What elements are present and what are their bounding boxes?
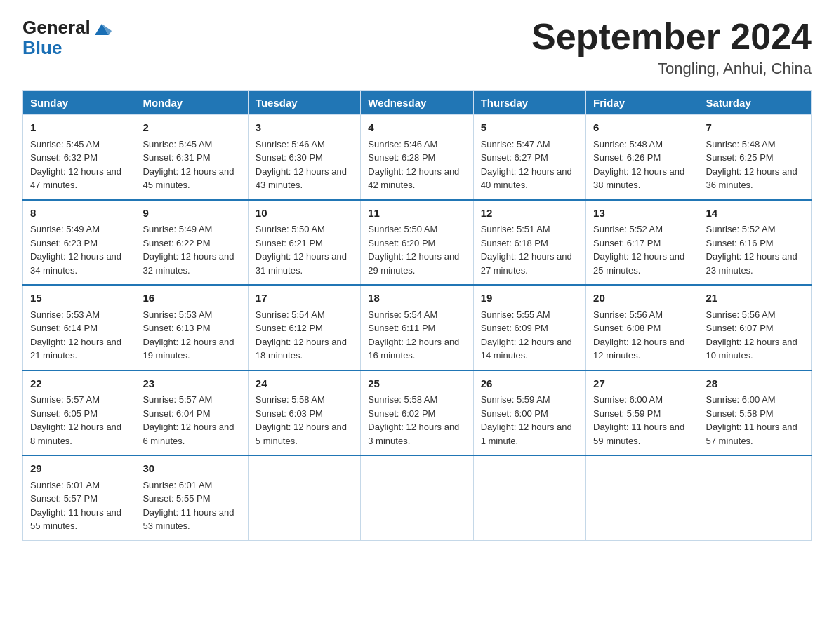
- day-info: Sunrise: 5:59 AMSunset: 6:00 PMDaylight:…: [481, 394, 572, 446]
- day-number: 19: [481, 290, 578, 307]
- table-row: [699, 455, 811, 540]
- page-subtitle: Tongling, Anhui, China: [531, 60, 812, 78]
- calendar-table: Sunday Monday Tuesday Wednesday Thursday…: [22, 90, 812, 541]
- table-row: 6 Sunrise: 5:48 AMSunset: 6:26 PMDayligh…: [586, 115, 699, 200]
- day-number: 15: [30, 290, 128, 307]
- day-number: 25: [368, 376, 465, 392]
- calendar-week-row: 22 Sunrise: 5:57 AMSunset: 6:05 PMDaylig…: [23, 370, 812, 456]
- table-row: 29 Sunrise: 6:01 AMSunset: 5:57 PMDaylig…: [23, 455, 135, 540]
- day-number: 30: [143, 461, 240, 477]
- table-row: 28 Sunrise: 6:00 AMSunset: 5:58 PMDaylig…: [699, 370, 811, 456]
- table-row: 8 Sunrise: 5:49 AMSunset: 6:23 PMDayligh…: [23, 200, 135, 286]
- day-info: Sunrise: 5:55 AMSunset: 6:09 PMDaylight:…: [481, 309, 572, 361]
- table-row: 5 Sunrise: 5:47 AMSunset: 6:27 PMDayligh…: [473, 115, 585, 200]
- day-number: 11: [368, 206, 465, 222]
- day-info: Sunrise: 5:54 AMSunset: 6:11 PMDaylight:…: [368, 309, 459, 361]
- day-number: 3: [256, 120, 353, 136]
- col-friday: Friday: [586, 91, 699, 115]
- day-number: 18: [368, 290, 465, 307]
- table-row: [248, 455, 360, 540]
- header: General Blue September 2024 Tongling, An…: [22, 17, 812, 78]
- day-number: 24: [256, 376, 353, 392]
- table-row: 16 Sunrise: 5:53 AMSunset: 6:13 PMDaylig…: [135, 285, 248, 370]
- day-number: 12: [481, 206, 578, 222]
- day-info: Sunrise: 5:49 AMSunset: 6:23 PMDaylight:…: [30, 224, 121, 276]
- calendar-week-row: 8 Sunrise: 5:49 AMSunset: 6:23 PMDayligh…: [23, 200, 812, 286]
- day-info: Sunrise: 5:58 AMSunset: 6:03 PMDaylight:…: [256, 394, 347, 446]
- day-info: Sunrise: 5:58 AMSunset: 6:02 PMDaylight:…: [368, 394, 459, 446]
- logo-general: General: [22, 18, 91, 38]
- day-number: 10: [256, 206, 353, 222]
- table-row: 14 Sunrise: 5:52 AMSunset: 6:16 PMDaylig…: [699, 200, 811, 286]
- day-number: 14: [706, 206, 804, 222]
- day-number: 29: [30, 461, 128, 477]
- day-info: Sunrise: 5:57 AMSunset: 6:05 PMDaylight:…: [30, 394, 121, 446]
- table-row: [473, 455, 585, 540]
- day-info: Sunrise: 5:54 AMSunset: 6:12 PMDaylight:…: [256, 309, 347, 361]
- table-row: 9 Sunrise: 5:49 AMSunset: 6:22 PMDayligh…: [135, 200, 248, 286]
- table-row: [361, 455, 473, 540]
- day-number: 22: [30, 376, 128, 392]
- day-info: Sunrise: 5:46 AMSunset: 6:30 PMDaylight:…: [256, 139, 347, 191]
- table-row: 3 Sunrise: 5:46 AMSunset: 6:30 PMDayligh…: [248, 115, 360, 200]
- table-row: 27 Sunrise: 6:00 AMSunset: 5:59 PMDaylig…: [586, 370, 699, 456]
- logo: General Blue: [22, 17, 112, 58]
- day-number: 17: [256, 290, 353, 307]
- table-row: 26 Sunrise: 5:59 AMSunset: 6:00 PMDaylig…: [473, 370, 585, 456]
- table-row: 2 Sunrise: 5:45 AMSunset: 6:31 PMDayligh…: [135, 115, 248, 200]
- day-info: Sunrise: 6:00 AMSunset: 5:59 PMDaylight:…: [593, 394, 684, 446]
- calendar-week-row: 15 Sunrise: 5:53 AMSunset: 6:14 PMDaylig…: [23, 285, 812, 370]
- day-number: 1: [30, 120, 128, 136]
- day-info: Sunrise: 6:01 AMSunset: 5:57 PMDaylight:…: [30, 480, 121, 532]
- day-info: Sunrise: 6:01 AMSunset: 5:55 PMDaylight:…: [143, 480, 234, 532]
- logo-blue: Blue: [22, 38, 62, 58]
- table-row: 17 Sunrise: 5:54 AMSunset: 6:12 PMDaylig…: [248, 285, 360, 370]
- day-number: 5: [481, 120, 578, 136]
- day-info: Sunrise: 5:48 AMSunset: 6:26 PMDaylight:…: [593, 139, 684, 191]
- day-number: 16: [143, 290, 240, 307]
- col-monday: Monday: [135, 91, 248, 115]
- page: General Blue September 2024 Tongling, An…: [0, 0, 834, 563]
- table-row: 19 Sunrise: 5:55 AMSunset: 6:09 PMDaylig…: [473, 285, 585, 370]
- day-info: Sunrise: 5:48 AMSunset: 6:25 PMDaylight:…: [706, 139, 797, 191]
- table-row: 25 Sunrise: 5:58 AMSunset: 6:02 PMDaylig…: [361, 370, 473, 456]
- table-row: 7 Sunrise: 5:48 AMSunset: 6:25 PMDayligh…: [699, 115, 811, 200]
- day-info: Sunrise: 5:46 AMSunset: 6:28 PMDaylight:…: [368, 139, 459, 191]
- day-number: 8: [30, 206, 128, 222]
- table-row: 18 Sunrise: 5:54 AMSunset: 6:11 PMDaylig…: [361, 285, 473, 370]
- day-info: Sunrise: 5:52 AMSunset: 6:16 PMDaylight:…: [706, 224, 797, 276]
- day-info: Sunrise: 5:51 AMSunset: 6:18 PMDaylight:…: [481, 224, 572, 276]
- day-info: Sunrise: 5:50 AMSunset: 6:20 PMDaylight:…: [368, 224, 459, 276]
- day-info: Sunrise: 5:56 AMSunset: 6:07 PMDaylight:…: [706, 309, 797, 361]
- day-info: Sunrise: 5:49 AMSunset: 6:22 PMDaylight:…: [143, 224, 234, 276]
- day-number: 6: [593, 120, 691, 136]
- logo-icon: [92, 18, 112, 38]
- day-number: 2: [143, 120, 240, 136]
- table-row: 23 Sunrise: 5:57 AMSunset: 6:04 PMDaylig…: [135, 370, 248, 456]
- day-number: 27: [593, 376, 691, 392]
- day-info: Sunrise: 5:47 AMSunset: 6:27 PMDaylight:…: [481, 139, 572, 191]
- table-row: 10 Sunrise: 5:50 AMSunset: 6:21 PMDaylig…: [248, 200, 360, 286]
- calendar-week-row: 29 Sunrise: 6:01 AMSunset: 5:57 PMDaylig…: [23, 455, 812, 540]
- table-row: 20 Sunrise: 5:56 AMSunset: 6:08 PMDaylig…: [586, 285, 699, 370]
- table-row: 12 Sunrise: 5:51 AMSunset: 6:18 PMDaylig…: [473, 200, 585, 286]
- day-number: 7: [706, 120, 804, 136]
- col-tuesday: Tuesday: [248, 91, 360, 115]
- day-info: Sunrise: 5:56 AMSunset: 6:08 PMDaylight:…: [593, 309, 684, 361]
- day-number: 13: [593, 206, 691, 222]
- day-info: Sunrise: 5:53 AMSunset: 6:14 PMDaylight:…: [30, 309, 121, 361]
- table-row: 1 Sunrise: 5:45 AMSunset: 6:32 PMDayligh…: [23, 115, 135, 200]
- day-info: Sunrise: 5:45 AMSunset: 6:31 PMDaylight:…: [143, 139, 234, 191]
- day-info: Sunrise: 5:45 AMSunset: 6:32 PMDaylight:…: [30, 139, 121, 191]
- calendar-header-row: Sunday Monday Tuesday Wednesday Thursday…: [23, 91, 812, 115]
- title-block: September 2024 Tongling, Anhui, China: [531, 17, 812, 78]
- table-row: 22 Sunrise: 5:57 AMSunset: 6:05 PMDaylig…: [23, 370, 135, 456]
- day-number: 9: [143, 206, 240, 222]
- day-number: 21: [706, 290, 804, 307]
- day-number: 23: [143, 376, 240, 392]
- table-row: 11 Sunrise: 5:50 AMSunset: 6:20 PMDaylig…: [361, 200, 473, 286]
- calendar-week-row: 1 Sunrise: 5:45 AMSunset: 6:32 PMDayligh…: [23, 115, 812, 200]
- col-saturday: Saturday: [699, 91, 811, 115]
- table-row: 21 Sunrise: 5:56 AMSunset: 6:07 PMDaylig…: [699, 285, 811, 370]
- col-sunday: Sunday: [23, 91, 135, 115]
